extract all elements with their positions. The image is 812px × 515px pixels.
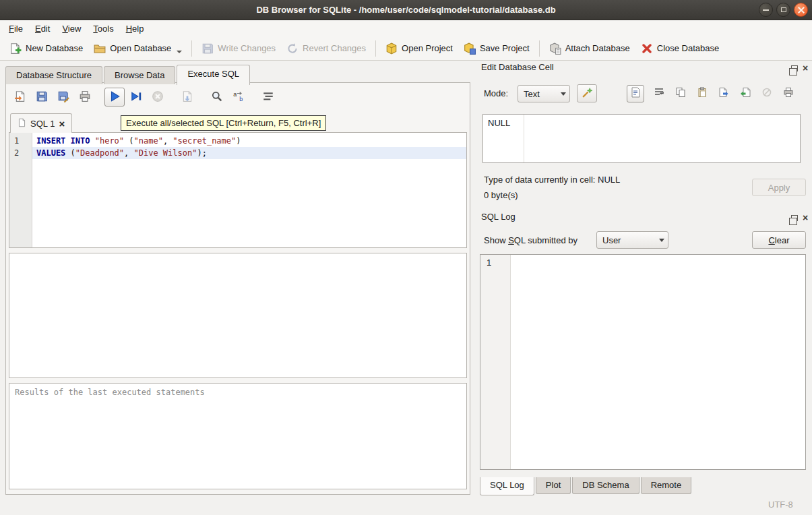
close-dock-icon[interactable]: × <box>803 214 808 221</box>
menu-view[interactable]: View <box>56 22 87 36</box>
print-cell-button[interactable] <box>782 87 795 100</box>
results-placeholder: Results of the last executed statements <box>15 388 205 397</box>
tab-execute-sql[interactable]: Execute SQL <box>177 65 250 85</box>
tab-plot[interactable]: Plot <box>536 477 571 494</box>
execute-line-button[interactable] <box>126 88 146 107</box>
sql-token: VALUES <box>36 148 65 158</box>
maximize-icon <box>781 7 786 12</box>
menu-bar: File Edit View Tools Help <box>0 20 812 36</box>
clear-log-button[interactable]: Clear <box>752 231 806 249</box>
import-cell-button[interactable] <box>739 87 752 100</box>
sql-code-editor[interactable]: 1 2 INSERT INTO "hero" ("name", "secret_… <box>9 132 467 248</box>
maximize-button[interactable] <box>776 3 790 17</box>
float-dock-icon[interactable] <box>791 65 798 71</box>
cell-editor[interactable]: NULL <box>482 114 801 163</box>
main-tab-bar: Database Structure Browse Data Execute S… <box>5 65 251 84</box>
sql-tab-close-icon[interactable]: × <box>59 119 65 129</box>
close-database-icon <box>641 42 653 55</box>
save-sql-as-button[interactable] <box>53 88 73 107</box>
find-button[interactable] <box>207 88 227 107</box>
save-project-button[interactable]: Save Project <box>458 39 535 58</box>
mode-combobox[interactable]: Text <box>518 85 570 102</box>
open-project-icon <box>385 42 398 55</box>
float-dock-icon[interactable] <box>791 215 798 221</box>
open-database-icon <box>94 42 106 55</box>
tab-database-structure[interactable]: Database Structure <box>5 66 102 84</box>
print-sql-button[interactable] <box>75 88 95 107</box>
tab-remote[interactable]: Remote <box>641 477 692 494</box>
new-database-icon <box>9 42 22 55</box>
title-bar[interactable]: DB Browser for SQLite - /home/user/code/… <box>0 0 812 20</box>
cell-content: NULL <box>488 118 510 128</box>
code-line-1: INSERT INTO "hero" ("name", "secret_name… <box>32 135 466 147</box>
print-icon <box>783 87 794 100</box>
mode-label: Mode: <box>484 88 508 98</box>
sql-token: "hero" <box>95 136 124 146</box>
replace-icon: ab <box>232 90 245 104</box>
toolbar-separator <box>539 40 540 57</box>
cell-editor-content[interactable] <box>524 115 800 162</box>
set-null-button <box>760 87 774 100</box>
line-number-gutter: 1 2 <box>9 133 32 247</box>
word-wrap-button[interactable] <box>652 87 666 100</box>
sql-document-tab[interactable]: SQL 1 × <box>10 113 72 133</box>
replace-button[interactable]: ab <box>228 88 249 107</box>
new-database-button[interactable]: New Database <box>4 39 88 58</box>
export-results-button <box>177 88 197 107</box>
results-grid[interactable] <box>9 253 467 378</box>
svg-text:b: b <box>239 95 243 102</box>
sql-tab-label: SQL 1 <box>30 119 55 129</box>
copy-button[interactable] <box>674 87 687 100</box>
toolbar-separator <box>191 40 192 57</box>
apply-button: Apply <box>752 179 806 196</box>
chevron-down-icon <box>557 92 569 96</box>
menu-file[interactable]: File <box>3 22 29 36</box>
close-dock-icon[interactable]: × <box>803 65 808 71</box>
tab-sql-log[interactable]: SQL Log <box>480 477 534 495</box>
save-sql-file-icon <box>36 90 48 104</box>
results-message-pane: Results of the last executed statements <box>9 383 467 489</box>
app-window: DB Browser for SQLite - /home/user/code/… <box>0 0 812 515</box>
close-database-button[interactable]: Close Database <box>635 39 725 58</box>
open-project-button[interactable]: Open Project <box>380 39 458 58</box>
main-toolbar: New Database Open Database Write Changes… <box>0 36 812 61</box>
sql-log-area[interactable]: 1 <box>480 254 806 470</box>
text-mode-button[interactable] <box>627 85 644 102</box>
export-cell-button[interactable] <box>717 87 730 100</box>
encoding-indicator[interactable]: UTF-8 <box>768 499 793 510</box>
sql-token: "Dive Wilson" <box>134 148 197 158</box>
open-database-button[interactable]: Open Database <box>88 39 187 58</box>
menu-edit[interactable]: Edit <box>29 22 56 36</box>
tab-db-schema[interactable]: DB Schema <box>572 477 639 494</box>
tab-browse-data[interactable]: Browse Data <box>104 66 175 84</box>
toolbar-separator <box>375 40 376 57</box>
auto-mode-button[interactable] <box>577 84 597 102</box>
code-area[interactable]: INSERT INTO "hero" ("name", "secret_name… <box>32 133 466 247</box>
revert-changes-icon <box>286 42 299 55</box>
format-sql-button[interactable] <box>258 88 278 107</box>
menu-help[interactable]: Help <box>120 22 150 36</box>
word-wrap-icon <box>654 87 664 100</box>
close-button[interactable] <box>794 3 808 17</box>
attach-database-button[interactable]: Attach Database <box>544 39 635 58</box>
submitted-by-combobox[interactable]: User <box>596 231 668 249</box>
find-icon <box>211 90 223 104</box>
format-sql-icon <box>262 90 274 104</box>
log-line-number: 1 <box>487 258 491 268</box>
execute-all-button[interactable] <box>104 88 125 107</box>
log-content[interactable] <box>511 255 805 469</box>
open-sql-file-button[interactable] <box>10 88 30 107</box>
paste-button[interactable] <box>695 87 709 100</box>
minimize-button[interactable] <box>759 3 773 17</box>
execute-tooltip: Execute all/selected SQL [Ctrl+Return, F… <box>121 115 326 131</box>
cell-size-info: 0 byte(s) <box>484 190 518 200</box>
set-null-icon <box>761 87 772 100</box>
cell-type-info: Type of data currently in cell: NULL <box>484 175 620 185</box>
save-sql-file-button[interactable] <box>32 88 52 107</box>
open-database-dropdown-icon[interactable] <box>177 51 182 53</box>
sql-token: "Deadpond" <box>75 148 124 158</box>
line-number: 1 <box>9 135 32 147</box>
sql-token: "name" <box>134 136 163 146</box>
menu-tools[interactable]: Tools <box>87 22 119 36</box>
paste-icon <box>697 87 708 100</box>
